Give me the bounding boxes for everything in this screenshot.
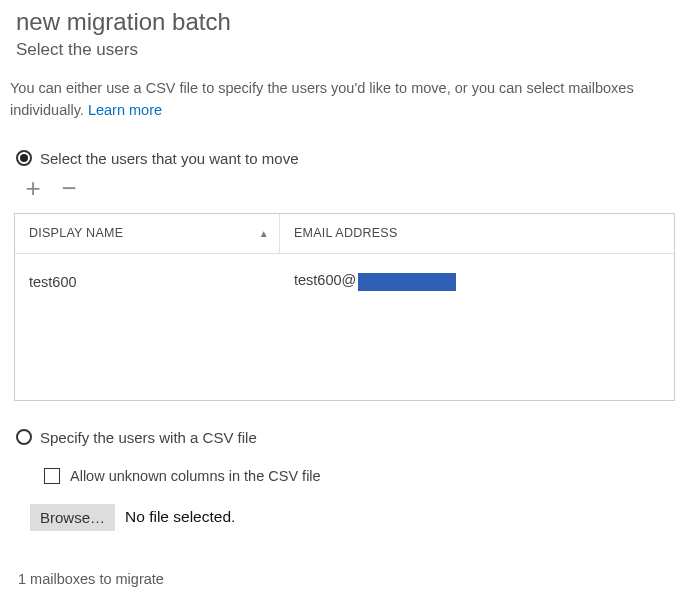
cell-email-prefix: test600@ [294,272,356,288]
col-email-label: EMAIL ADDRESS [294,226,398,240]
remove-icon[interactable]: − [58,177,80,199]
option-select-users-label: Select the users that you want to move [40,150,298,167]
page-subtitle: Select the users [16,40,679,60]
option-csv-label: Specify the users with a CSV file [40,429,257,446]
col-email[interactable]: EMAIL ADDRESS [280,226,674,240]
radio-csv[interactable] [16,429,32,445]
add-icon[interactable]: + [22,177,44,199]
no-file-label: No file selected. [125,508,235,526]
intro-text: You can either use a CSV file to specify… [10,78,679,122]
radio-select-users[interactable] [16,150,32,166]
allow-unknown-row[interactable]: Allow unknown columns in the CSV file [44,468,679,484]
sort-asc-icon[interactable]: ▲ [259,228,269,239]
cell-display-name: test600 [15,274,280,290]
mailbox-count: 1 mailboxes to migrate [18,571,679,587]
grid-header: DISPLAY NAME ▲ EMAIL ADDRESS [15,214,674,254]
users-grid: DISPLAY NAME ▲ EMAIL ADDRESS test600 tes… [14,213,675,401]
option-select-users[interactable]: Select the users that you want to move [16,150,679,167]
col-display-name-label: DISPLAY NAME [29,226,123,240]
allow-unknown-label: Allow unknown columns in the CSV file [70,468,321,484]
learn-more-link[interactable]: Learn more [88,102,162,118]
table-row[interactable]: test600 test600@ [15,270,674,294]
browse-row: Browse… No file selected. [30,504,679,531]
option-csv[interactable]: Specify the users with a CSV file [16,429,679,446]
browse-button[interactable]: Browse… [30,504,115,531]
grid-body: test600 test600@ [15,254,674,294]
grid-toolbar: + − [22,177,679,199]
allow-unknown-checkbox[interactable] [44,468,60,484]
page-title: new migration batch [16,8,679,36]
cell-email: test600@ [280,272,674,290]
redacted-domain [358,273,456,291]
col-display-name[interactable]: DISPLAY NAME ▲ [15,214,280,253]
